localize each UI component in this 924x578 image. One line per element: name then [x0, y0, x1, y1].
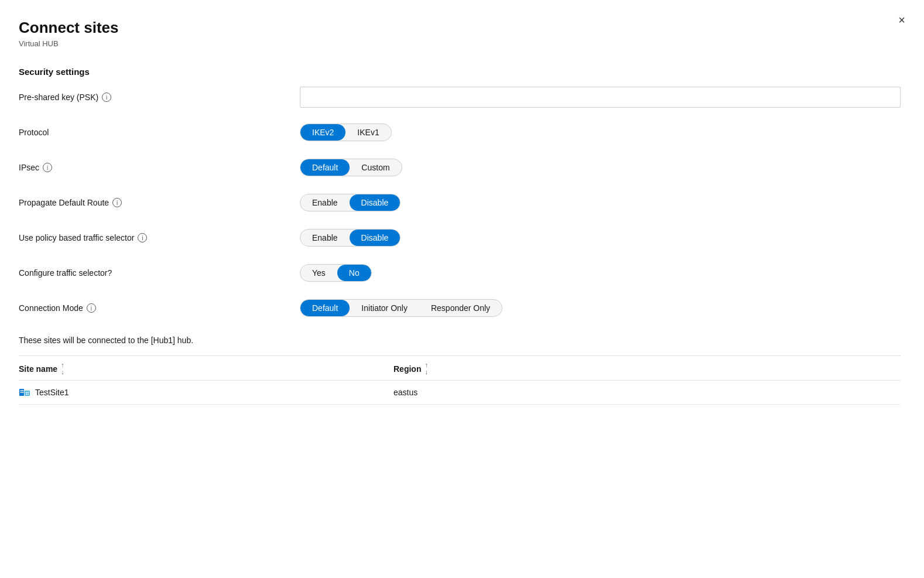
- policy-based-label: Use policy based traffic selector i: [19, 233, 300, 242]
- site-icon: [19, 387, 30, 398]
- policy-based-toggle-group: Enable Disable: [300, 229, 901, 247]
- table-cell-site-name: TestSite1: [19, 387, 393, 398]
- panel-subtitle: Virtual HUB: [19, 39, 901, 48]
- svg-rect-8: [26, 394, 27, 395]
- svg-rect-3: [22, 390, 23, 391]
- protocol-toggle: IKEv2 IKEv1: [300, 124, 392, 141]
- region-cell: eastus: [393, 388, 417, 397]
- connection-mode-label: Connection Mode i: [19, 303, 300, 313]
- configure-traffic-option-no[interactable]: No: [337, 265, 371, 281]
- protocol-row: Protocol IKEv2 IKEv1: [19, 121, 901, 143]
- policy-based-info-icon[interactable]: i: [138, 233, 147, 242]
- configure-traffic-toggle: Yes No: [300, 264, 372, 282]
- svg-rect-7: [28, 392, 29, 393]
- propagate-toggle: Enable Disable: [300, 194, 401, 211]
- propagate-row: Propagate Default Route i Enable Disable: [19, 191, 901, 214]
- connection-mode-option-responder[interactable]: Responder Only: [419, 300, 502, 316]
- psk-row: Pre-shared key (PSK) i: [19, 86, 901, 108]
- configure-traffic-row: Configure traffic selector? Yes No: [19, 262, 901, 284]
- policy-based-option-enable[interactable]: Enable: [300, 230, 350, 246]
- psk-info-icon[interactable]: i: [102, 93, 111, 102]
- ipsec-label: IPsec i: [19, 163, 300, 172]
- svg-rect-1: [25, 391, 30, 396]
- configure-traffic-label: Configure traffic selector?: [19, 268, 300, 278]
- svg-rect-6: [26, 392, 27, 393]
- policy-based-row: Use policy based traffic selector i Enab…: [19, 227, 901, 249]
- panel-title: Connect sites: [19, 19, 901, 37]
- psk-input[interactable]: [300, 87, 901, 108]
- ipsec-toggle: Default Custom: [300, 159, 402, 176]
- table-cell-region: eastus: [393, 388, 901, 397]
- connection-mode-toggle-group: Default Initiator Only Responder Only: [300, 299, 901, 317]
- ipsec-option-default[interactable]: Default: [300, 159, 350, 176]
- svg-rect-2: [20, 390, 22, 391]
- connection-mode-option-initiator[interactable]: Initiator Only: [350, 300, 419, 316]
- sort-site-name-icon[interactable]: ↑↓: [61, 362, 64, 375]
- connection-mode-option-default[interactable]: Default: [300, 300, 350, 316]
- psk-input-container: [300, 87, 901, 108]
- svg-rect-4: [20, 392, 22, 393]
- protocol-option-ikev1[interactable]: IKEv1: [345, 124, 391, 141]
- propagate-info-icon[interactable]: i: [112, 198, 122, 207]
- sort-region-icon[interactable]: ↑↓: [425, 362, 428, 375]
- configure-traffic-toggle-group: Yes No: [300, 264, 901, 282]
- svg-rect-9: [28, 394, 29, 395]
- table-row: TestSite1 eastus: [19, 381, 901, 405]
- column-header-region: Region ↑↓: [393, 362, 901, 375]
- propagate-option-enable[interactable]: Enable: [300, 194, 350, 211]
- table-header: Site name ↑↓ Region ↑↓: [19, 356, 901, 381]
- propagate-label: Propagate Default Route i: [19, 198, 300, 207]
- ipsec-info-icon[interactable]: i: [43, 163, 52, 172]
- propagate-option-disable[interactable]: Disable: [350, 194, 401, 211]
- ipsec-toggle-group: Default Custom: [300, 159, 901, 176]
- sites-info-text: These sites will be connected to the [Hu…: [19, 336, 901, 345]
- policy-based-option-disable[interactable]: Disable: [350, 230, 401, 246]
- column-header-site-name: Site name ↑↓: [19, 362, 393, 375]
- protocol-toggle-group: IKEv2 IKEv1: [300, 124, 901, 141]
- policy-based-toggle: Enable Disable: [300, 229, 401, 247]
- psk-label: Pre-shared key (PSK) i: [19, 93, 300, 102]
- propagate-toggle-group: Enable Disable: [300, 194, 901, 211]
- security-section-header: Security settings: [19, 67, 901, 77]
- connection-mode-row: Connection Mode i Default Initiator Only…: [19, 297, 901, 319]
- protocol-label: Protocol: [19, 128, 300, 137]
- svg-rect-5: [22, 392, 23, 393]
- protocol-option-ikev2[interactable]: IKEv2: [300, 124, 345, 141]
- site-name-cell: TestSite1: [35, 388, 69, 397]
- connection-mode-toggle: Default Initiator Only Responder Only: [300, 299, 502, 317]
- sites-table: Site name ↑↓ Region ↑↓: [19, 355, 901, 405]
- ipsec-row: IPsec i Default Custom: [19, 156, 901, 179]
- close-button[interactable]: ×: [894, 12, 910, 28]
- connection-mode-info-icon[interactable]: i: [87, 303, 96, 313]
- ipsec-option-custom[interactable]: Custom: [350, 159, 401, 176]
- connect-sites-panel: × Connect sites Virtual HUB Security set…: [0, 0, 924, 578]
- configure-traffic-option-yes[interactable]: Yes: [300, 265, 337, 281]
